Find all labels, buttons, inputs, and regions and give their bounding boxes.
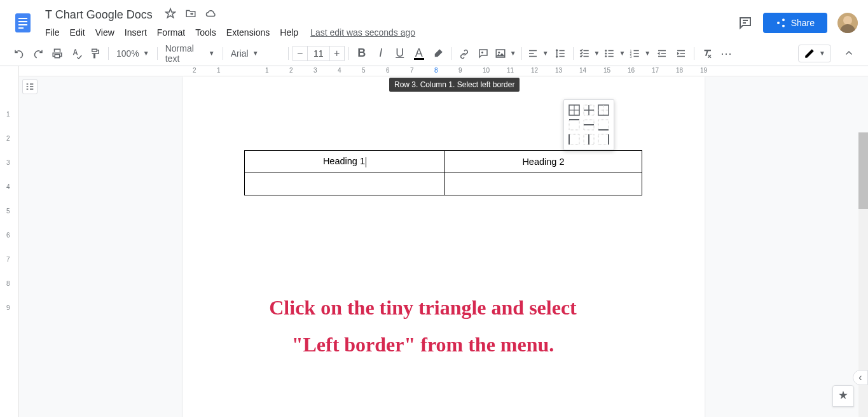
side-panel-toggle[interactable]: ‹ xyxy=(853,370,868,385)
share-label: Share xyxy=(791,18,815,28)
menu-format[interactable]: Format xyxy=(153,25,189,40)
share-button[interactable]: Share xyxy=(763,13,827,33)
outdent-button[interactable] xyxy=(653,45,671,62)
menu-extensions[interactable]: Extensions xyxy=(222,25,274,40)
text-color-button[interactable]: A xyxy=(410,45,428,62)
svg-rect-23 xyxy=(569,120,579,130)
menu-help[interactable]: Help xyxy=(275,25,303,40)
more-button[interactable]: ⋯ xyxy=(717,45,735,62)
font-size-decrease[interactable]: − xyxy=(293,46,308,61)
image-button[interactable]: ▼ xyxy=(493,46,518,60)
collapse-toolbar-button[interactable] xyxy=(840,45,858,62)
border-bottom[interactable] xyxy=(597,118,610,131)
svg-rect-3 xyxy=(18,24,27,25)
line-spacing-button[interactable] xyxy=(551,45,569,62)
indent-button[interactable] xyxy=(672,45,690,62)
document-table[interactable]: Heading 1 Heading 2 xyxy=(244,150,642,195)
print-button[interactable] xyxy=(48,45,66,62)
svg-rect-33 xyxy=(598,134,609,145)
border-all[interactable] xyxy=(568,104,581,117)
underline-button[interactable]: U xyxy=(391,45,409,62)
last-edit-link[interactable]: Last edit was seconds ago xyxy=(310,27,415,38)
spellcheck-button[interactable] xyxy=(67,45,85,62)
svg-point-9 xyxy=(605,52,607,54)
menu-view[interactable]: View xyxy=(91,25,119,40)
svg-point-7 xyxy=(498,52,500,53)
border-tooltip: Row 3. Column 1. Select left border xyxy=(389,78,520,92)
zoom-select[interactable]: 100%▼ xyxy=(113,46,153,61)
comments-icon[interactable] xyxy=(738,15,753,31)
menu-edit[interactable]: Edit xyxy=(65,25,90,40)
svg-rect-5 xyxy=(778,22,779,23)
comment-button[interactable] xyxy=(474,45,492,62)
svg-text:3: 3 xyxy=(630,54,632,58)
menu-file[interactable]: File xyxy=(41,25,64,40)
document-title[interactable]: T Chart Google Docs xyxy=(41,6,157,24)
clear-format-button[interactable] xyxy=(698,45,716,62)
table-cell[interactable]: Heading 2 xyxy=(445,151,642,173)
svg-point-10 xyxy=(605,55,607,57)
table-row[interactable] xyxy=(244,173,642,195)
svg-rect-2 xyxy=(18,21,27,22)
annotation-text: Click on the tiny triangle and select "L… xyxy=(213,290,633,363)
svg-rect-1 xyxy=(18,18,27,19)
table-cell[interactable] xyxy=(244,173,445,195)
table-cell[interactable]: Heading 1 xyxy=(244,151,445,173)
font-select[interactable]: Arial▼ xyxy=(227,46,284,61)
table-cell[interactable] xyxy=(445,173,642,195)
undo-button[interactable] xyxy=(10,45,28,62)
redo-button[interactable] xyxy=(29,45,47,62)
svg-rect-0 xyxy=(15,13,31,32)
menu-insert[interactable]: Insert xyxy=(120,25,151,40)
align-button[interactable]: ▼ xyxy=(526,46,550,60)
border-outer[interactable] xyxy=(597,104,610,117)
svg-rect-29 xyxy=(569,134,579,145)
font-size-input[interactable] xyxy=(308,46,329,61)
border-right[interactable] xyxy=(597,133,610,146)
checklist-button[interactable]: ▼ xyxy=(577,46,602,60)
svg-rect-4 xyxy=(18,27,24,29)
italic-button[interactable]: I xyxy=(372,45,390,62)
bullet-list-button[interactable]: ▼ xyxy=(602,46,626,60)
menu-tools[interactable]: Tools xyxy=(191,25,221,40)
avatar[interactable] xyxy=(837,13,858,33)
explore-button[interactable] xyxy=(832,385,854,407)
border-horizontal[interactable] xyxy=(582,118,595,131)
star-icon[interactable] xyxy=(165,8,176,22)
svg-point-8 xyxy=(605,50,607,52)
border-top[interactable] xyxy=(568,118,581,131)
editing-mode-button[interactable]: ▼ xyxy=(798,45,831,62)
paint-format-button[interactable] xyxy=(86,45,104,62)
border-menu xyxy=(563,99,614,150)
document-page[interactable]: Heading 1 Heading 2 xyxy=(183,76,705,417)
svg-rect-27 xyxy=(598,120,609,130)
docs-logo[interactable] xyxy=(10,10,36,36)
horizontal-ruler: 2 1 1 2 3 4 5 6 7 8 9 10 11 12 13 14 15 … xyxy=(19,66,868,76)
border-vertical[interactable] xyxy=(582,133,595,146)
number-list-button[interactable]: 123▼ xyxy=(628,46,652,60)
border-inner[interactable] xyxy=(582,104,595,117)
table-row[interactable]: Heading 1 Heading 2 xyxy=(244,151,642,173)
border-left[interactable] xyxy=(568,133,581,146)
move-icon[interactable] xyxy=(185,8,196,22)
bold-button[interactable]: B xyxy=(353,45,371,62)
link-button[interactable] xyxy=(455,45,473,62)
font-size-increase[interactable]: + xyxy=(329,46,345,61)
cloud-icon[interactable] xyxy=(205,8,217,22)
highlight-button[interactable] xyxy=(429,45,447,62)
style-select[interactable]: Normal text▼ xyxy=(162,41,219,66)
vertical-ruler: 1 2 3 4 5 6 7 8 9 xyxy=(0,66,19,417)
